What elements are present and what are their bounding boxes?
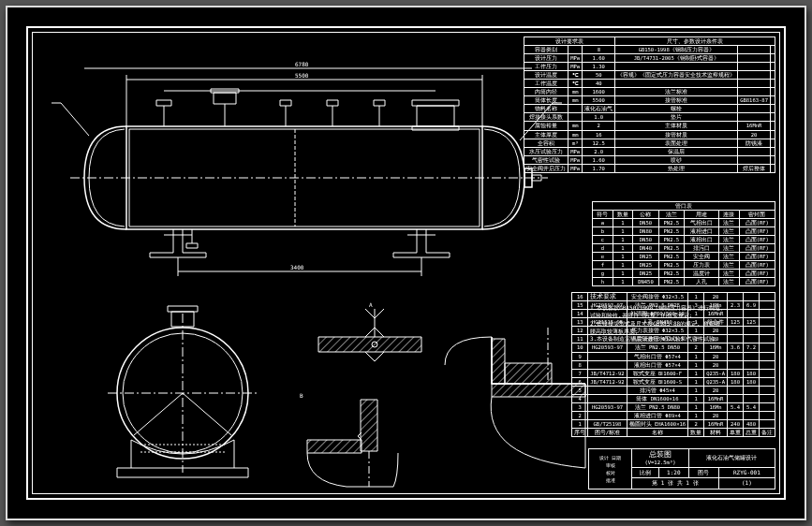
- drawing-frame-inner: 3400 5500 6780: [32, 32, 780, 494]
- svg-line-49: [134, 393, 183, 435]
- drawing-frame-outer: 3400 5500 6780: [26, 26, 786, 500]
- svg-rect-17: [417, 106, 454, 126]
- detail-b: B: [290, 388, 412, 491]
- svg-rect-16: [374, 100, 385, 106]
- svg-rect-18: [412, 100, 459, 106]
- parts-list: 16安全阀接管 Φ32×3.512015HG20593-97法兰 PN2.5 D…: [571, 292, 775, 437]
- viewer-canvas: 3400 5500 6780: [6, 6, 806, 520]
- svg-rect-51: [318, 337, 421, 352]
- spec-table: 设计要求表尺寸、参数设计条件表 容器类别ⅡGB150-1998《钢制压力容器》设…: [524, 37, 775, 173]
- svg-line-50: [183, 393, 231, 435]
- nozzle: [156, 89, 459, 130]
- svg-rect-21: [186, 243, 198, 248]
- svg-rect-55: [361, 400, 377, 451]
- svg-rect-60: [492, 339, 505, 384]
- svg-text:B: B: [300, 392, 303, 399]
- svg-rect-61: [505, 363, 552, 384]
- nozzle-table: 管口表 符号数量公称法兰用途连接密封面 a1DN50PN2.5气相出口法兰凸面(…: [592, 201, 775, 286]
- svg-rect-56: [307, 440, 362, 453]
- detail-a: A: [300, 300, 440, 393]
- svg-text:5500: 5500: [295, 72, 309, 79]
- svg-rect-14: [327, 100, 338, 106]
- svg-rect-12: [280, 100, 291, 106]
- svg-text:A: A: [369, 301, 373, 308]
- end-view: [89, 295, 276, 491]
- svg-text:6780: 6780: [295, 61, 309, 67]
- svg-rect-9: [214, 93, 236, 104]
- svg-rect-45: [168, 306, 198, 312]
- svg-rect-7: [156, 100, 171, 106]
- main-elevation: 3400 5500 6780: [42, 51, 585, 285]
- title-block: 设计 日期 审核 校对 批准 总装图 (V=12.5m³) 液化石油气储罐设计 …: [588, 448, 775, 489]
- svg-text:3400: 3400: [290, 264, 304, 270]
